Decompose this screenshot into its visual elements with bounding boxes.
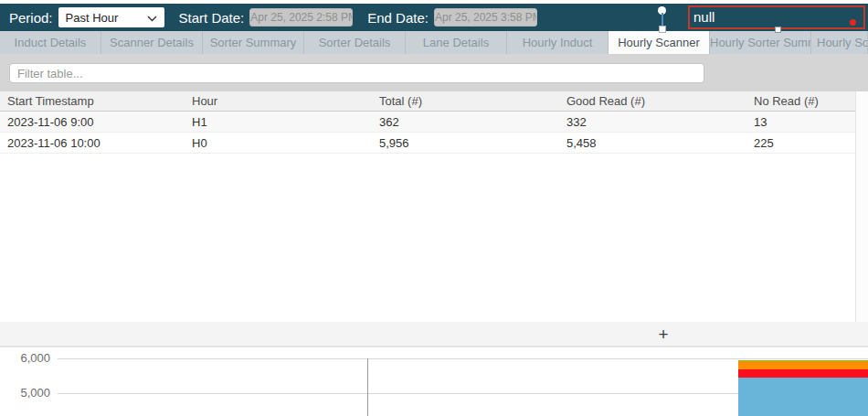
end-date-label: End Date: (367, 10, 429, 26)
chevron-down-icon (147, 11, 157, 25)
table-cell: 5,956 (372, 133, 559, 153)
resize-handle[interactable] (775, 27, 781, 33)
table-cell: H0 (185, 133, 372, 153)
null-widget-text: null (693, 9, 715, 25)
column-header[interactable]: Hour (185, 91, 372, 111)
tab-sorter-details[interactable]: Sorter Details (304, 31, 406, 54)
tab-lane-details[interactable]: Lane Details (406, 31, 507, 54)
data-table: Start TimestampHourTotal (#)Good Read (#… (0, 91, 868, 154)
widget-bottom-strip: + (0, 322, 868, 347)
bar-segment-no-read (738, 369, 868, 378)
column-header[interactable]: Good Read (#) (559, 91, 746, 111)
table-cell: 13 (746, 112, 868, 132)
column-header[interactable]: Total (#) (372, 91, 559, 111)
x-axis-divider (367, 358, 368, 416)
tab-bar: Induct DetailsScanner DetailsSorter Summ… (0, 31, 868, 54)
filter-strip (0, 54, 868, 91)
tab-induct-details[interactable]: Induct Details (0, 31, 101, 54)
table-body: 2023-11-06 9:00H1362332132023-11-06 10:0… (0, 112, 868, 154)
y-axis-tick-label: 6,000 (0, 351, 50, 365)
period-label: Period: (9, 10, 53, 26)
bar-segment-good-read (738, 378, 868, 416)
tab-scanner-details[interactable]: Scanner Details (101, 31, 203, 54)
add-button[interactable]: + (654, 325, 672, 344)
tab-sorter-summary[interactable]: Sorter Summary (203, 31, 304, 54)
bar-segment-segment-orange (738, 361, 868, 369)
period-select-value: Past Hour (66, 11, 147, 25)
selection-handle-square[interactable] (659, 26, 666, 33)
start-date-label: Start Date: (179, 10, 245, 26)
column-header[interactable]: Start Timestamp (0, 91, 185, 111)
y-axis-tick-label: 5,000 (0, 386, 50, 400)
table-cell: 362 (372, 112, 559, 132)
table-cell: 5,458 (559, 133, 746, 153)
vertical-scrollbar[interactable] (855, 91, 868, 347)
status-dot-icon (850, 19, 856, 26)
period-select[interactable]: Past Hour (58, 7, 164, 27)
tab-hourly-sorter-summar[interactable]: Hourly Sorter Summar (710, 31, 811, 54)
chart: 6,0005,000 (0, 348, 868, 416)
filter-table-input[interactable] (9, 63, 704, 83)
table-row[interactable]: 2023-11-06 9:00H136233213 (0, 112, 868, 133)
table-cell: H1 (185, 112, 372, 132)
tab-hourly-sort[interactable]: Hourly Sort (811, 31, 868, 54)
tab-hourly-induct[interactable]: Hourly Induct (507, 31, 609, 54)
bar-segment-segment-green (738, 360, 868, 362)
table-cell: 2023-11-06 9:00 (0, 112, 185, 132)
column-header[interactable]: No Read (#) (746, 91, 868, 111)
table-row[interactable]: 2023-11-06 10:00H05,9565,458225 (0, 133, 868, 154)
selected-null-widget[interactable]: null (688, 5, 865, 29)
table-cell: 332 (559, 112, 746, 132)
tab-hourly-scanner[interactable]: Hourly Scanner (609, 31, 710, 54)
table-cell: 225 (746, 133, 868, 153)
table-header: Start TimestampHourTotal (#)Good Read (#… (0, 91, 868, 112)
start-date-input[interactable] (249, 8, 353, 27)
end-date-input[interactable] (434, 8, 537, 27)
table-cell: 2023-11-06 10:00 (0, 133, 185, 153)
